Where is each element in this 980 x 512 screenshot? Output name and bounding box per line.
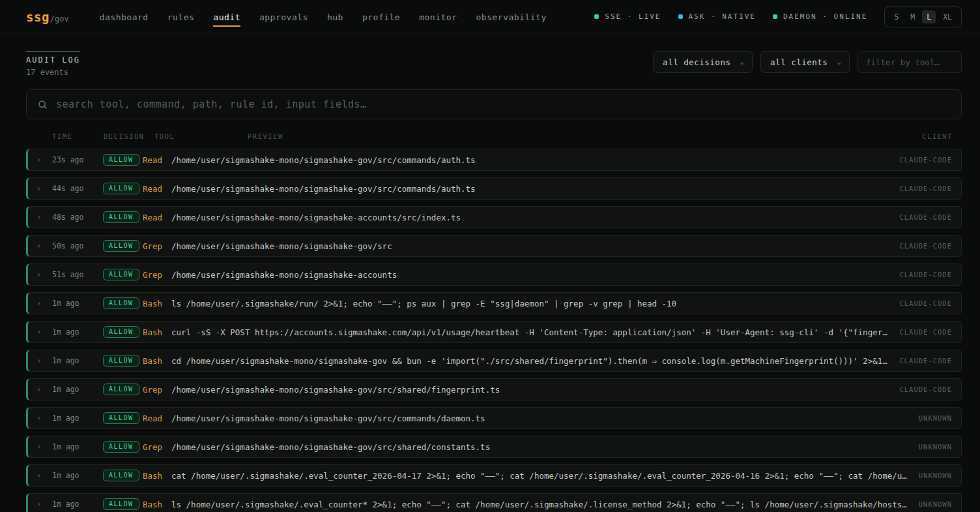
nav-item-monitor[interactable]: monitor xyxy=(419,7,457,27)
nav-item-rules[interactable]: rules xyxy=(167,7,195,27)
tool-filter-input[interactable] xyxy=(857,51,962,73)
nav-item-observability[interactable]: observability xyxy=(476,7,547,27)
expand-chevron-icon[interactable]: › xyxy=(36,184,52,193)
nav-item-hub[interactable]: hub xyxy=(327,7,343,27)
density-option-l[interactable]: L xyxy=(922,10,936,23)
decision-filter-value: all decisions xyxy=(663,57,730,67)
audit-event-row[interactable]: › 44s ago ALLOW Read /home/user/sigmasha… xyxy=(26,177,962,200)
event-time: 48s ago xyxy=(52,213,103,222)
status-indicator: SSE · LIVE xyxy=(594,12,661,21)
status-label: SSE · LIVE xyxy=(605,12,661,21)
expand-chevron-icon[interactable]: › xyxy=(36,500,52,509)
status-label: ASK · NATIVE xyxy=(689,12,756,21)
tool-name: Grep xyxy=(143,270,171,280)
expand-chevron-icon[interactable]: › xyxy=(36,327,52,337)
audit-event-row[interactable]: › 51s ago ALLOW Grep /home/user/sigmasha… xyxy=(26,264,962,286)
nav-item-audit[interactable]: audit xyxy=(213,7,240,27)
client-badge: UNKNOWN xyxy=(919,472,952,479)
tool-name: Grep xyxy=(143,442,171,452)
decision-badge: ALLOW xyxy=(103,384,139,395)
status-dot-icon xyxy=(594,14,599,19)
audit-event-row[interactable]: › 1m ago ALLOW Bash cat /home/user/.sigm… xyxy=(26,464,962,487)
tool-name: Bash xyxy=(143,327,171,337)
expand-chevron-icon[interactable]: › xyxy=(36,213,52,222)
expand-chevron-icon[interactable]: › xyxy=(36,299,52,308)
tool-name: Bash xyxy=(143,356,171,366)
client-badge: CLAUDE-CODE xyxy=(899,271,952,279)
column-time: TIME xyxy=(52,132,104,140)
nav-item-approvals[interactable]: approvals xyxy=(259,7,308,27)
audit-event-row[interactable]: › 1m ago ALLOW Grep /home/user/sigmashak… xyxy=(26,378,962,400)
event-time: 51s ago xyxy=(52,270,103,279)
search-input[interactable] xyxy=(56,98,950,110)
nav-item-profile[interactable]: profile xyxy=(362,7,400,27)
audit-event-list: › 23s ago ALLOW Read /home/user/sigmasha… xyxy=(26,149,962,512)
chevron-down-icon: ⌄ xyxy=(837,57,841,66)
filter-bar: all decisions ⌄ all clients ⌄ xyxy=(653,51,962,73)
nav-item-dashboard[interactable]: dashboard xyxy=(100,7,149,27)
expand-chevron-icon[interactable]: › xyxy=(36,414,52,423)
audit-event-row[interactable]: › 1m ago ALLOW Bash ls /home/user/.sigma… xyxy=(26,493,962,512)
client-filter-select[interactable]: all clients ⌄ xyxy=(760,51,850,73)
event-preview: cd /home/user/sigmashake-mono/sigmashake… xyxy=(171,356,899,366)
event-preview: /home/user/sigmashake-mono/sigmashake-ac… xyxy=(171,213,899,222)
client-badge: CLAUDE-CODE xyxy=(899,328,952,336)
event-time: 44s ago xyxy=(52,184,103,193)
audit-event-row[interactable]: › 50s ago ALLOW Grep /home/user/sigmasha… xyxy=(26,235,962,257)
event-preview: curl -sS -X POST https://accounts.sigmas… xyxy=(171,327,899,337)
event-time: 1m ago xyxy=(52,471,103,480)
brand-logo[interactable]: ssg /gov xyxy=(26,10,69,24)
tool-name: Bash xyxy=(143,299,171,309)
expand-chevron-icon[interactable]: › xyxy=(36,442,52,451)
decision-badge: ALLOW xyxy=(103,355,139,367)
expand-chevron-icon[interactable]: › xyxy=(36,155,52,164)
search-icon xyxy=(38,100,48,110)
column-decision: DECISION xyxy=(104,132,154,140)
audit-event-row[interactable]: › 1m ago ALLOW Bash cd /home/user/sigmas… xyxy=(26,350,962,372)
audit-event-row[interactable]: › 1m ago ALLOW Bash ls /home/user/.sigma… xyxy=(26,292,962,314)
audit-event-row[interactable]: › 1m ago ALLOW Read /home/user/sigmashak… xyxy=(26,407,962,429)
status-dot-icon xyxy=(678,14,683,19)
event-time: 1m ago xyxy=(52,385,103,394)
decision-badge: ALLOW xyxy=(103,269,139,280)
event-time: 1m ago xyxy=(52,299,103,308)
audit-event-row[interactable]: › 48s ago ALLOW Read /home/user/sigmasha… xyxy=(26,206,962,228)
brand-suffix: /gov xyxy=(50,14,69,23)
density-option-s[interactable]: S xyxy=(889,10,903,23)
tool-name: Read xyxy=(143,155,171,165)
audit-event-row[interactable]: › 1m ago ALLOW Grep /home/user/sigmashak… xyxy=(26,436,962,458)
expand-chevron-icon[interactable]: › xyxy=(36,385,52,394)
event-time: 1m ago xyxy=(52,356,103,365)
audit-event-row[interactable]: › 23s ago ALLOW Read /home/user/sigmasha… xyxy=(26,149,962,171)
density-option-xl[interactable]: XL xyxy=(938,10,957,23)
event-preview: /home/user/sigmashake-mono/sigmashake-go… xyxy=(171,241,899,251)
client-badge: CLAUDE-CODE xyxy=(899,385,952,393)
decision-badge: ALLOW xyxy=(103,326,139,338)
event-preview: cat /home/user/.sigmashake/.eval_counter… xyxy=(171,471,919,481)
expand-chevron-icon[interactable]: › xyxy=(36,241,52,250)
status-label: DAEMON · ONLINE xyxy=(783,12,867,21)
tool-name: Read xyxy=(143,414,171,423)
tool-name: Bash xyxy=(143,500,171,509)
event-preview: /home/user/sigmashake-mono/sigmashake-go… xyxy=(171,155,899,165)
title-block: AUDIT LOG 17 events xyxy=(26,51,80,77)
search-bar xyxy=(26,89,962,119)
tool-name: Grep xyxy=(143,385,171,395)
event-time: 1m ago xyxy=(52,442,103,451)
decision-badge: ALLOW xyxy=(103,240,139,252)
status-indicators: SSE · LIVEASK · NATIVEDAEMON · ONLINE xyxy=(594,12,867,21)
event-time: 50s ago xyxy=(52,241,103,250)
client-badge: CLAUDE-CODE xyxy=(899,242,952,250)
event-time: 1m ago xyxy=(52,414,103,423)
event-preview: /home/user/sigmashake-mono/sigmashake-go… xyxy=(171,385,899,395)
decision-badge: ALLOW xyxy=(103,498,139,510)
audit-event-row[interactable]: › 1m ago ALLOW Bash curl -sS -X POST htt… xyxy=(26,321,962,343)
client-badge: UNKNOWN xyxy=(919,500,952,508)
expand-chevron-icon[interactable]: › xyxy=(36,270,52,279)
expand-chevron-icon[interactable]: › xyxy=(36,356,52,365)
status-indicator: DAEMON · ONLINE xyxy=(773,12,867,21)
page-title: AUDIT LOG xyxy=(26,51,80,65)
density-option-m[interactable]: M xyxy=(906,10,919,23)
decision-filter-select[interactable]: all decisions ⌄ xyxy=(653,51,753,73)
expand-chevron-icon[interactable]: › xyxy=(36,471,52,480)
